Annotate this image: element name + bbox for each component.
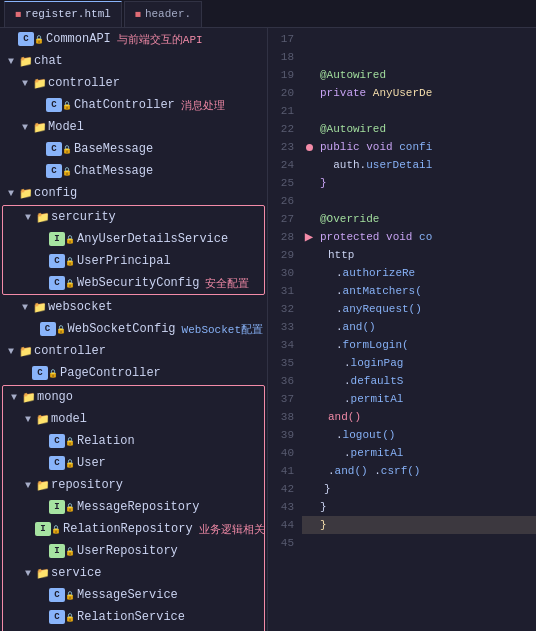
lock-badge: 🔒	[65, 257, 75, 266]
folder-icon: 📁	[32, 121, 48, 134]
list-item[interactable]: ▼ 📁 sercurity	[3, 206, 264, 228]
iface-icon: I	[49, 500, 65, 514]
item-label: controller	[48, 76, 120, 90]
list-item[interactable]: I 🔒 RelationRepository 业务逻辑相关	[3, 518, 264, 540]
annotation: 消息处理	[181, 98, 225, 113]
item-label: RelationRepository	[63, 522, 193, 536]
lock-badge: 🔒	[65, 547, 75, 556]
item-label: MessageRepository	[77, 500, 199, 514]
class-icon: C	[46, 98, 62, 112]
folder-icon: 📁	[35, 479, 51, 492]
item-label: BaseMessage	[74, 142, 153, 156]
item-label: AnyUserDetailsService	[77, 232, 228, 246]
item-label: ChatController	[74, 98, 175, 112]
class-icon: C	[46, 164, 62, 178]
list-item[interactable]: ▼ 📁 repository	[3, 474, 264, 496]
lock-badge: 🔒	[65, 503, 75, 512]
tab-bar: ◼ register.html ◼ header.	[0, 0, 536, 28]
item-label: CommonAPI	[46, 32, 111, 46]
item-label: ChatMessage	[74, 164, 153, 178]
security-box: ▼ 📁 sercurity I 🔒 AnyUserDetailsService …	[2, 205, 265, 295]
list-item[interactable]: I 🔒 MessageRepository	[3, 496, 264, 518]
tab-register-label: register.html	[25, 8, 111, 20]
list-item[interactable]: C 🔒 WebSocketConfig WebSocket配置	[0, 318, 267, 340]
item-label: PageController	[60, 366, 161, 380]
lock-badge: 🔒	[65, 279, 75, 288]
list-item[interactable]: ▼ 📁 controller	[0, 72, 267, 94]
class-icon: C	[18, 32, 34, 46]
lock-badge: 🔒	[62, 101, 72, 110]
folder-icon: 📁	[32, 301, 48, 314]
iface-icon: I	[35, 522, 51, 536]
item-label: model	[51, 412, 87, 426]
list-item[interactable]: C 🔒 Relation	[3, 430, 264, 452]
list-item[interactable]: ▼ 📁 controller	[0, 340, 267, 362]
list-item[interactable]: C 🔒 BaseMessage	[0, 138, 267, 160]
list-item[interactable]: ▼ 📁 websocket	[0, 296, 267, 318]
lock-badge: 🔒	[51, 525, 61, 534]
lock-badge: 🔒	[65, 591, 75, 600]
folder-icon: 📁	[18, 55, 34, 68]
list-item[interactable]: C 🔒 WebSecurityConfig 安全配置	[3, 272, 264, 294]
list-item[interactable]: ▼ 📁 mongo	[3, 386, 264, 408]
tab-register[interactable]: ◼ register.html	[4, 1, 122, 27]
list-item[interactable]: ▼ 📁 chat	[0, 50, 267, 72]
code-content: @Autowired private AnyUserDe @Autowired …	[316, 28, 536, 631]
item-label: UserRepository	[77, 544, 178, 558]
iface-icon: I	[49, 232, 65, 246]
lock-badge: 🔒	[65, 437, 75, 446]
item-label: controller	[34, 344, 106, 358]
item-label: repository	[51, 478, 123, 492]
folder-icon: 📁	[35, 413, 51, 426]
code-editor: 17 18 19 20 21 22 23 24 25 26 27 28 29 3…	[268, 28, 536, 631]
lock-badge: 🔒	[62, 167, 72, 176]
html-icon-2: ◼	[135, 8, 141, 20]
list-item[interactable]: C 🔒 MessageService	[3, 584, 264, 606]
list-item[interactable]: C 🔒 User	[3, 452, 264, 474]
list-item[interactable]: ▼ 📁 config	[0, 182, 267, 204]
item-label: MessageService	[77, 588, 178, 602]
folder-icon: 📁	[18, 187, 34, 200]
main-content: C 🔒 CommonAPI 与前端交互的API ▼ 📁 chat ▼ 📁 con…	[0, 28, 536, 631]
class-icon: C	[32, 366, 48, 380]
list-item[interactable]: C 🔒 UserPrincipal	[3, 250, 264, 272]
item-label: User	[77, 456, 106, 470]
list-item[interactable]: ▼ 📁 Model	[0, 116, 267, 138]
list-item[interactable]: C 🔒 ChatController 消息处理	[0, 94, 267, 116]
class-icon: C	[49, 588, 65, 602]
lock-badge: 🔒	[34, 35, 44, 44]
annotation-blue: WebSocket配置	[182, 322, 263, 337]
lock-badge: 🔒	[65, 459, 75, 468]
list-item[interactable]: C 🔒 ChatMessage	[0, 160, 267, 182]
folder-icon: 📁	[32, 77, 48, 90]
lock-badge: 🔒	[65, 235, 75, 244]
class-icon: C	[49, 254, 65, 268]
list-item[interactable]: ▼ 📁 model	[3, 408, 264, 430]
list-item[interactable]: C 🔒 PageController	[0, 362, 267, 384]
class-icon: C	[49, 276, 65, 290]
tab-header[interactable]: ◼ header.	[124, 1, 202, 27]
list-item[interactable]: I 🔒 UserRepository	[3, 540, 264, 562]
item-label: websocket	[48, 300, 113, 314]
line-numbers: 17 18 19 20 21 22 23 24 25 26 27 28 29 3…	[268, 28, 302, 631]
class-icon: C	[49, 610, 65, 624]
list-item[interactable]: C 🔒 CommonAPI 与前端交互的API	[0, 28, 267, 50]
item-label: WebSocketConfig	[68, 322, 176, 336]
list-item[interactable]: I 🔒 AnyUserDetailsService	[3, 228, 264, 250]
item-label: WebSecurityConfig	[77, 276, 199, 290]
list-item[interactable]: C 🔒 RelationService	[3, 606, 264, 628]
html-icon: ◼	[15, 8, 21, 20]
class-icon: C	[49, 434, 65, 448]
folder-icon: 📁	[35, 567, 51, 580]
folder-icon: 📁	[35, 211, 51, 224]
class-icon: C	[40, 322, 56, 336]
item-label: Relation	[77, 434, 135, 448]
item-label: UserPrincipal	[77, 254, 171, 268]
folder-icon: 📁	[21, 391, 37, 404]
mongo-box: ▼ 📁 mongo ▼ 📁 model C 🔒 Relation C	[2, 385, 265, 631]
list-item[interactable]: ▼ 📁 service	[3, 562, 264, 584]
annotation: 业务逻辑相关	[199, 522, 265, 537]
lock-badge: 🔒	[65, 613, 75, 622]
item-label: RelationService	[77, 610, 185, 624]
class-icon: C	[46, 142, 62, 156]
